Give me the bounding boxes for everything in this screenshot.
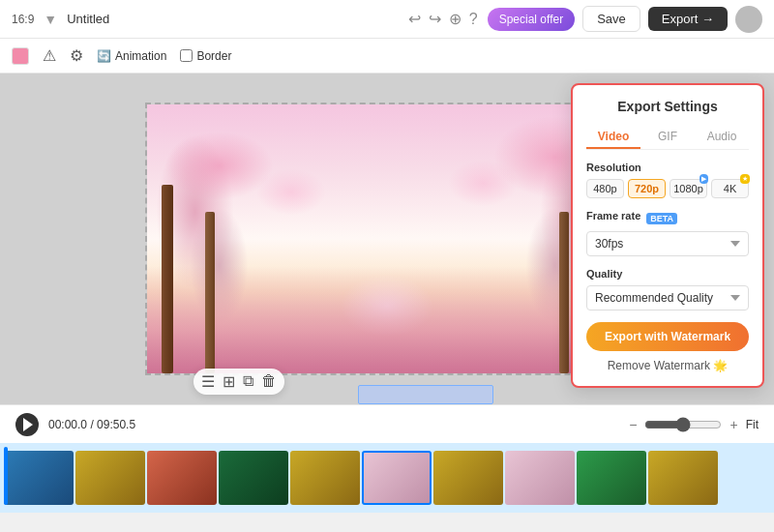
canvas-bottom-icons: ☰ ⊞ ⧉ 🗑	[194, 369, 284, 395]
thumbnail-9[interactable]	[577, 451, 646, 505]
animation-label[interactable]: 🔄 Animation	[97, 49, 166, 63]
export-settings-panel: Export Settings Video GIF Audio Resoluti…	[571, 83, 764, 388]
layers-icon[interactable]: ☰	[201, 372, 215, 391]
topbar-right-actions: Special offer Save Export →	[488, 6, 762, 33]
thumbnail-5[interactable]	[290, 451, 360, 505]
border-label[interactable]: Border	[180, 49, 231, 63]
zoom-in-icon[interactable]: +	[729, 417, 737, 432]
timeline-strip	[0, 443, 774, 513]
fit-label[interactable]: Fit	[746, 418, 759, 431]
frame-rate-section: Frame rate BETA 30fps 24fps 60fps	[586, 210, 749, 256]
thumbnail-8[interactable]	[505, 451, 575, 505]
res-480p[interactable]: 480p	[586, 179, 624, 198]
quality-select[interactable]: Recommended Quality High Quality Low Qua…	[586, 285, 749, 310]
warning-icon[interactable]: ⚠	[43, 46, 56, 65]
panel-tabs: Video GIF Audio	[586, 126, 749, 150]
timeline-controls: 00:00.0 / 09:50.5 − + Fit	[0, 404, 774, 443]
play-button[interactable]	[15, 413, 39, 436]
timeline-zoom-controls: − + Fit	[629, 417, 759, 432]
beta-badge: BETA	[646, 213, 677, 224]
resolution-options: 480p 720p 1080p▶ 4K★	[586, 179, 749, 198]
avatar[interactable]	[735, 6, 762, 33]
undo-icon[interactable]: ↩	[408, 10, 421, 28]
zoom-slider[interactable]	[644, 417, 722, 432]
trash-icon[interactable]: 🗑	[261, 372, 277, 391]
redo-icon[interactable]: ↪	[429, 10, 441, 28]
main-area: ⟳ ☰ ⊞ ⧉ 🗑 Export Settings Video GIF Audi…	[0, 74, 774, 404]
secondary-toolbar: ⚠ ⚙ 🔄 Animation Border	[0, 39, 774, 74]
play-icon	[23, 418, 33, 431]
topbar: 16:9 ▼ Untitled ↩ ↪ ⊕ ? Special offer Sa…	[0, 0, 774, 39]
frame-rate-label: Frame rate	[586, 210, 640, 222]
border-checkbox[interactable]	[180, 49, 193, 62]
res-4k[interactable]: 4K★	[711, 179, 749, 198]
help-icon[interactable]: ?	[469, 11, 478, 28]
copy-icon[interactable]: ⧉	[243, 372, 253, 391]
tab-video[interactable]: Video	[586, 126, 640, 149]
res-720p[interactable]: 720p	[628, 179, 666, 198]
zoom-out-icon[interactable]: −	[629, 417, 637, 432]
timeline-thumbnails	[0, 447, 722, 509]
timeline-selection	[358, 385, 493, 404]
thumbnail-2[interactable]	[75, 451, 145, 505]
quality-section: Quality Recommended Quality High Quality…	[586, 268, 749, 310]
export-watermark-button[interactable]: Export with Watermark	[586, 322, 749, 351]
aspect-ratio: 16:9	[12, 13, 34, 26]
thumbnail-3[interactable]	[147, 451, 217, 505]
color-swatch[interactable]	[12, 47, 29, 65]
export-button[interactable]: Export →	[648, 7, 728, 31]
remove-watermark-button[interactable]: Remove Watermark 🌟	[586, 359, 749, 372]
panel-title: Export Settings	[586, 99, 749, 114]
frame-rate-label-row: Frame rate BETA	[586, 210, 749, 227]
topbar-icons: ↩ ↪ ⊕ ?	[408, 10, 478, 28]
thumbnail-1[interactable]	[4, 451, 74, 505]
thumbnail-4[interactable]	[219, 451, 288, 505]
settings-icon[interactable]: ⚙	[70, 46, 83, 65]
quality-label: Quality	[586, 268, 749, 280]
resolution-label: Resolution	[586, 162, 749, 173]
thumbnail-6[interactable]	[362, 451, 432, 505]
frame-rate-select[interactable]: 30fps 24fps 60fps	[586, 231, 749, 256]
canvas-video: ⟳	[145, 103, 629, 375]
thumbnail-10[interactable]	[648, 451, 718, 505]
tab-audio[interactable]: Audio	[695, 126, 749, 149]
special-offer-button[interactable]: Special offer	[488, 8, 576, 31]
time-display: 00:00.0 / 09:50.5	[48, 418, 135, 431]
stack-icon[interactable]: ⊞	[223, 372, 235, 391]
thumbnail-7[interactable]	[433, 451, 503, 505]
canvas-scene: ⟳	[147, 104, 627, 373]
divider: ▼	[44, 12, 57, 27]
document-title[interactable]: Untitled	[67, 12, 399, 26]
save-button[interactable]: Save	[582, 6, 640, 32]
tab-gif[interactable]: GIF	[640, 126, 695, 149]
timeline-indicator	[4, 447, 8, 505]
target-icon[interactable]: ⊕	[449, 10, 461, 28]
res-1080p[interactable]: 1080p▶	[670, 179, 707, 198]
animation-icon: 🔄	[97, 49, 111, 63]
